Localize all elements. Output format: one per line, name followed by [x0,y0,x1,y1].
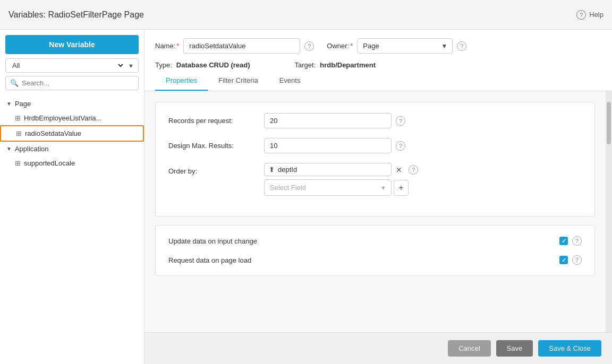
order-field-input-wrap: ⬆ deptId [264,163,392,176]
name-label: Name:* [155,42,179,50]
owner-info-icon[interactable]: ? [457,41,466,51]
content-area: Name:* ? Owner:* Page [144,30,612,332]
request-data-checkbox[interactable] [559,256,568,264]
tab-properties[interactable]: Properties [155,71,208,91]
owner-required: * [350,42,353,50]
sidebar-item-radio-label: radioSetdataValue [25,129,81,137]
page-group-arrow-icon: ▼ [6,101,12,107]
update-data-info-icon[interactable]: ? [572,236,582,246]
content-wrapper: Name:* ? Owner:* Page [144,30,612,364]
owner-field-group: Owner:* Page ▼ ? [327,38,466,54]
update-data-row: Update data on input change ? [168,236,582,246]
sidebar-item-radio[interactable]: ⊞ radioSetdataValue [0,125,144,142]
help-icon: ? [576,10,586,20]
records-per-request-label: Records per request: [168,117,264,125]
title-bar: Variables: RadioSetFilterPage Page ? Hel… [0,0,612,30]
tab-content-area: Records per request: ? Design Max. Resul… [144,91,612,332]
tabs-row: Properties Filter Criteria Events [155,71,601,91]
cancel-button[interactable]: Cancel [448,340,490,357]
target-label: Target: [295,61,316,69]
add-order-field-button[interactable]: + [394,180,409,196]
records-per-request-value-group: ? [264,113,582,128]
records-per-request-input[interactable] [264,113,392,128]
order-field-text: deptId [278,166,387,174]
owner-label: Owner:* [327,42,353,50]
design-max-results-input[interactable] [264,138,392,153]
design-max-results-value-group: ? [264,138,582,153]
name-info-icon[interactable]: ? [304,41,314,51]
name-required: * [176,42,179,50]
records-per-request-row: Records per request: ? [168,113,582,128]
tab-filter-criteria[interactable]: Filter Criteria [208,71,268,91]
order-by-info-icon[interactable]: ? [409,165,418,175]
properties-card: Records per request: ? Design Max. Resul… [155,102,595,216]
order-by-row: Order by: ⬆ deptId ✕ ? [168,163,582,196]
checkboxes-card: Update data on input change ? Request da… [155,225,595,276]
order-by-label: Order by: [168,163,264,175]
variable-icon-radio: ⊞ [16,129,22,137]
target-field-group: Target: hrdb/Department [295,61,376,69]
save-button[interactable]: Save [496,340,533,357]
sidebar-item-hrdb[interactable]: ⊞ HrdbEmployeeListVaria... [0,111,144,125]
app-group[interactable]: ▼ Application [0,142,144,156]
scrollbar-thumb[interactable] [607,102,611,144]
name-input[interactable] [183,38,300,54]
help-button[interactable]: ? Help [576,10,604,20]
order-by-controls: ⬆ deptId ✕ ? Select Field [264,163,582,196]
search-input[interactable] [22,79,134,87]
variable-icon-hrdb: ⊞ [15,114,21,122]
page-group[interactable]: ▼ Page [0,97,144,111]
request-data-row: Request data on page load ? [168,255,582,265]
owner-select-wrap: Page ▼ [357,38,453,54]
sidebar: New Variable All ▼ 🔍 ▼ Page ⊞ HrdbEmploy… [0,30,144,364]
header-form: Name:* ? Owner:* Page [144,30,612,91]
search-box: 🔍 [5,76,139,90]
design-max-results-row: Design Max. Results: ? [168,138,582,153]
tab-content-properties: Records per request: ? Design Max. Resul… [144,91,606,332]
target-value: hrdb/Department [320,61,376,69]
update-data-checkbox-group: ? [559,236,582,246]
select-field-wrap: Select Field ▼ [264,179,392,196]
design-max-results-info-icon[interactable]: ? [396,141,405,151]
type-label: Type: [155,61,172,69]
owner-select[interactable]: Page [357,38,453,54]
footer: Cancel Save Save & Close [144,332,612,364]
save-close-button[interactable]: Save & Close [538,340,601,357]
sidebar-item-supported[interactable]: ⊞ supportedLocale [0,156,144,170]
type-field-group: Type: Database CRUD (read) [155,61,250,69]
name-field-group: Name:* ? [155,38,314,54]
new-variable-button[interactable]: New Variable [5,35,139,54]
request-data-checkbox-group: ? [559,255,582,265]
update-data-checkbox[interactable] [559,237,568,245]
header-row-1: Name:* ? Owner:* Page [155,38,601,54]
select-field-dropdown[interactable]: Select Field [264,179,392,196]
up-arrow-icon[interactable]: ⬆ [269,166,275,174]
design-max-results-label: Design Max. Results: [168,142,264,150]
select-field-row: Select Field ▼ + [264,179,582,196]
sidebar-item-hrdb-label: HrdbEmployeeListVaria... [24,114,101,122]
request-data-info-icon[interactable]: ? [572,255,582,265]
page-group-label: Page [15,100,31,108]
scrollbar[interactable] [606,91,612,332]
search-icon: 🔍 [10,79,19,87]
update-data-label: Update data on input change [168,237,559,245]
order-field-row: ⬆ deptId ✕ ? [264,163,582,176]
type-value: Database CRUD (read) [176,61,250,69]
records-per-request-info-icon[interactable]: ? [396,116,405,126]
help-label: Help [589,11,604,19]
sidebar-item-supported-label: supportedLocale [24,159,75,167]
request-data-label: Request data on page load [168,256,559,264]
page-title: Variables: RadioSetFilterPage Page [8,10,144,20]
sidebar-tree: ▼ Page ⊞ HrdbEmployeeListVaria... ⊞ radi… [0,94,144,364]
header-row-2: Type: Database CRUD (read) Target: hrdb/… [155,61,601,69]
variable-icon-supported: ⊞ [15,159,21,167]
filter-chevron-icon: ▼ [128,63,134,69]
filter-select[interactable]: All [10,61,125,70]
filter-dropdown-wrap: All ▼ [5,58,139,73]
remove-order-field-button[interactable]: ✕ [394,166,404,174]
tab-events[interactable]: Events [269,71,311,91]
app-group-label: Application [15,145,49,153]
app-group-arrow-icon: ▼ [6,146,12,152]
main-layout: New Variable All ▼ 🔍 ▼ Page ⊞ HrdbEmploy… [0,30,612,364]
